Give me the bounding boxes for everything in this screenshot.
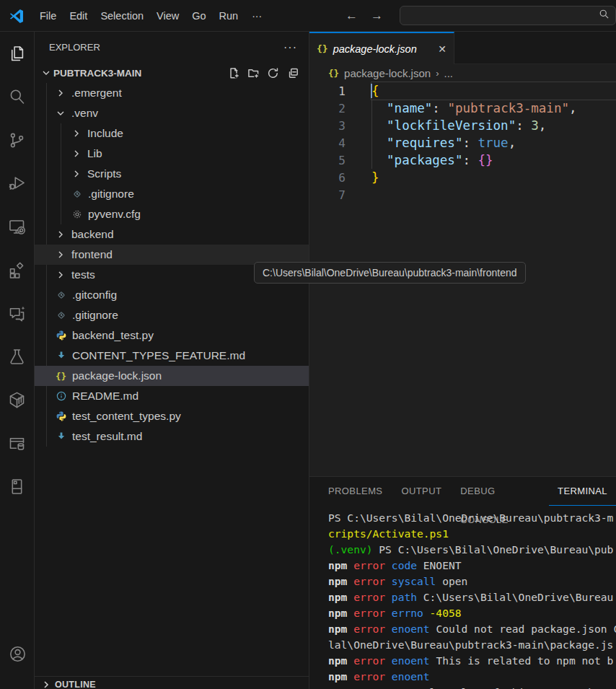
code-line-content: "lockfileVersion": 3,	[371, 117, 616, 134]
panel-tab-problems[interactable]: PROBLEMS	[320, 477, 391, 506]
json-file-icon: {}	[328, 68, 339, 79]
tree-item-test_content_types.py[interactable]: test_content_types.py	[35, 406, 309, 426]
python-icon	[55, 330, 67, 342]
command-center-search-input[interactable]	[400, 6, 616, 25]
menu-selection[interactable]: Selection	[94, 5, 150, 27]
search-icon[interactable]	[0, 75, 34, 118]
device-icon[interactable]	[0, 465, 34, 508]
breadcrumb-tail[interactable]: ...	[444, 67, 453, 79]
tree-item-label: tests	[71, 268, 95, 281]
terminal-text: errno	[385, 607, 423, 619]
terminal-text: npm	[328, 575, 347, 587]
run-debug-icon[interactable]	[0, 162, 34, 205]
terminal-text: npm	[328, 607, 347, 619]
titlebar: FileEditSelectionViewGoRun ··· ← →	[0, 0, 616, 32]
settings-gear-icon[interactable]	[0, 675, 35, 689]
terminal-text: npm	[328, 686, 347, 689]
explorer-toolbar	[228, 67, 299, 79]
code-token: ,	[569, 101, 577, 115]
terminal-text: enoent	[385, 670, 430, 683]
menu-go[interactable]: Go	[185, 5, 212, 27]
tree-item-.gitconfig[interactable]: .gitconfig	[35, 285, 309, 305]
new-file-button[interactable]	[228, 67, 240, 79]
tree-item-pyvenv.cfg[interactable]: pyvenv.cfg	[35, 204, 309, 224]
tree-item-Lib[interactable]: Lib	[35, 144, 309, 164]
terminal-text: -4058	[423, 607, 462, 619]
container-icon[interactable]	[0, 378, 34, 421]
activity-bar-bottom	[0, 632, 35, 689]
code-token: "name"	[387, 101, 432, 115]
tree-item-Include[interactable]: Include	[35, 123, 309, 144]
markdown-icon	[55, 350, 67, 362]
tree-item-backend_test.py[interactable]: backend_test.py	[35, 325, 309, 346]
chat-icon[interactable]	[0, 291, 34, 335]
nav-forward-button[interactable]: →	[364, 9, 390, 23]
tab-close-icon[interactable]: ✕	[438, 43, 446, 55]
tree-item-backend[interactable]: backend	[35, 224, 309, 245]
tree-item-.gitignore[interactable]: .gitignore	[35, 184, 309, 204]
testing-icon[interactable]	[0, 335, 34, 378]
explorer-icon[interactable]	[0, 32, 34, 75]
collapse-all-button[interactable]	[286, 67, 299, 79]
tree-item-test_result.md[interactable]: test_result.md	[35, 426, 309, 447]
terminal-line: npm error enoent Could not read package.…	[328, 621, 616, 637]
explorer-header: EXPLORER ···	[35, 32, 309, 63]
nav-back-button[interactable]: ←	[339, 9, 364, 23]
terminal-line: lal\OneDrive\Bureau\pubtrack3-main\packa…	[328, 637, 616, 653]
breadcrumb[interactable]: {} package-lock.json › ...	[309, 64, 616, 82]
menu-view[interactable]: View	[150, 5, 185, 27]
tree-item-label: .emergent	[71, 87, 122, 100]
terminal-line: PS C:\Users\Bilal\OneDrive\Bureau\pubtra…	[328, 510, 616, 526]
tree-item-package-lock.json[interactable]: {}package-lock.json	[35, 366, 309, 386]
account-icon[interactable]	[0, 632, 35, 675]
new-folder-button[interactable]	[247, 67, 260, 79]
menu-bar: FileEditSelectionViewGoRun	[33, 5, 245, 27]
tree-item-CONTENT_TYPES_FEATURE.md[interactable]: CONTENT_TYPES_FEATURE.md	[35, 346, 309, 366]
database-icon[interactable]	[0, 421, 34, 465]
tree-item-Scripts[interactable]: Scripts	[35, 164, 309, 184]
code-line-content: "name": "pubtrack3-main",	[371, 100, 616, 117]
panel-tab-terminal[interactable]: TERMINAL	[549, 477, 616, 506]
tree-item-.venv[interactable]: .venv	[35, 103, 309, 123]
tab-label: package-lock.json	[333, 43, 417, 55]
tree-item-README.md[interactable]: README.md	[35, 386, 309, 406]
remote-explorer-icon[interactable]	[0, 205, 34, 248]
tree-item-.emergent[interactable]: .emergent	[35, 83, 309, 103]
vscode-window: FileEditSelectionViewGoRun ··· ← → EXPLO…	[0, 0, 616, 689]
extensions-icon[interactable]	[0, 248, 34, 291]
tree-item-label: .gitconfig	[72, 289, 117, 302]
tree-item-label: backend_test.py	[72, 329, 154, 342]
code-area[interactable]: 1{2 "name": "pubtrack3-main",3 "lockfile…	[309, 82, 616, 203]
tree-item-label: frontend	[71, 248, 113, 261]
refresh-button[interactable]	[267, 67, 279, 79]
git-icon	[55, 310, 67, 322]
git-icon	[55, 289, 67, 302]
panel-tab-debug-console[interactable]: DEBUG CONSOLE	[452, 477, 547, 506]
terminal-text: npm	[328, 670, 347, 683]
menu-run[interactable]: Run	[213, 5, 245, 27]
terminal-text: error	[347, 591, 385, 603]
tab-package-lock-json[interactable]: {} package-lock.json ✕	[309, 32, 454, 64]
menu-more-button[interactable]: ···	[245, 10, 269, 22]
code-token: "packages"	[387, 153, 462, 167]
explorer-more-actions-button[interactable]: ···	[283, 41, 297, 54]
terminal-text: PS C:\Users\Bilal\OneDrive\Bureau\pub	[373, 543, 614, 556]
gear-icon	[71, 209, 83, 221]
menu-file[interactable]: File	[33, 5, 63, 27]
panel-tab-output[interactable]: OUTPUT	[392, 477, 450, 506]
tree-item-.gitignore[interactable]: .gitignore	[35, 305, 309, 325]
tree-item-label: README.md	[72, 390, 138, 403]
code-token	[371, 101, 387, 115]
terminal-text: error	[347, 607, 385, 619]
code-line: 6}	[309, 169, 616, 186]
menu-edit[interactable]: Edit	[63, 5, 94, 27]
vscode-logo-icon[interactable]	[0, 8, 33, 24]
json-braces-icon: {}	[55, 370, 67, 382]
breadcrumb-file[interactable]: package-lock.json	[344, 67, 431, 79]
hover-tooltip: C:\Users\Bilal\OneDrive\Bureau\pubtrack3…	[254, 262, 526, 284]
chevron-right-icon	[55, 269, 66, 281]
code-token	[371, 153, 387, 167]
outline-section-header[interactable]: OUTLINE	[35, 676, 309, 689]
project-section-row[interactable]: PUBTRACK3-MAIN	[35, 63, 309, 83]
source-control-icon[interactable]	[0, 118, 34, 162]
